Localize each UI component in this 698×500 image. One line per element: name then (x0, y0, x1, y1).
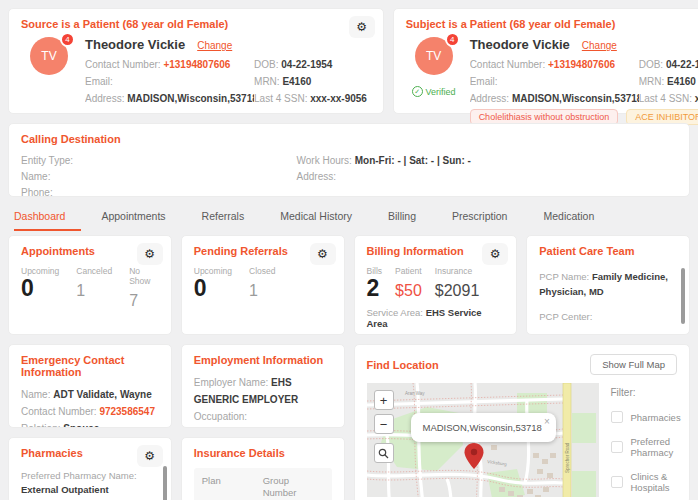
tab-bar: Dashboard Appointments Referrals Medical… (8, 201, 690, 231)
change-patient-link[interactable]: Change (197, 40, 232, 51)
pcp-name-row: PCP Name: Family Medicine, Physician, MD (539, 269, 677, 299)
popup-close-icon[interactable]: × (544, 416, 550, 427)
pending-referrals-card: Pending Referrals ⚙ Upcoming 0 Closed 1 (181, 235, 345, 335)
filter-label: Filter: (611, 387, 681, 398)
source-card-title: Source is a Patient (68 year old Female) (21, 18, 371, 30)
patient-name: Theodore Vickie (85, 37, 185, 52)
stat-canceled: Canceled 1 (76, 266, 112, 310)
filter-pharmacies[interactable]: Pharmacies (611, 411, 681, 423)
address-row: Address: MADISON,Wisconsin,53718 (470, 90, 639, 107)
find-location-card: Find Location Show Full Map (354, 344, 691, 500)
contact-number-value[interactable]: +13194807606 (548, 59, 615, 70)
pcp-center-row: PCP Center: (539, 309, 677, 324)
calling-destination-title: Calling Destination (21, 133, 677, 145)
dob-row: DOB: 04-22-1954 (254, 56, 371, 73)
contact-number-value[interactable]: 9723586547 (99, 406, 155, 417)
subject-card-title: Subject is a Patient (68 year old Female… (406, 18, 698, 30)
map-zoom-out-button[interactable]: − (374, 414, 394, 434)
patient-name: Theodore Vickie (470, 37, 570, 52)
source-patient-card: Source is a Patient (68 year old Female)… (8, 8, 384, 114)
source-settings-button[interactable]: ⚙ (349, 16, 375, 38)
patient-dashboard-page: Source is a Patient (68 year old Female)… (0, 0, 698, 500)
emergency-contact-card: Emergency Contact Information Name: ADT … (8, 344, 172, 428)
insurance-title: Insurance Details (194, 447, 332, 459)
pcp-dept-row: PCP Dept: General (539, 334, 677, 335)
insurance-details-card: Insurance Details Plan Group Number MR U… (181, 437, 345, 500)
avatar-count-badge[interactable]: 4 (60, 32, 75, 47)
gear-icon: ⚙ (490, 247, 501, 261)
stat-closed: Closed 1 (249, 266, 275, 300)
contact-number-row: Contact Number: +13194807606 (85, 56, 254, 73)
contact-number-row: Contact Number: +13194807606 (470, 56, 639, 73)
map-filters: Filter: Pharmacies Preferred Pharmacy Cl… (611, 383, 681, 497)
filter-preferred-pharmacy[interactable]: Preferred Pharmacy (611, 436, 681, 458)
stat-insurance-amount: Insurance $2091 (435, 266, 480, 300)
tab-medication[interactable]: Medication (543, 201, 610, 231)
magnifier-icon (378, 448, 389, 459)
service-area-row: Service Area: EHS Service Area (367, 307, 505, 329)
address-row: Address: MADISON,Wisconsin,53718 (85, 90, 254, 107)
pending-referrals-settings-button[interactable]: ⚙ (310, 243, 336, 265)
patient-care-team-card: Patient Care Team PCP Name: Family Medic… (526, 235, 690, 335)
billing-settings-button[interactable]: ⚙ (482, 243, 508, 265)
avatar-count-badge[interactable]: 4 (445, 32, 460, 47)
stat-patient-amount: Patient $50 (395, 266, 422, 300)
map-search-button[interactable] (374, 443, 394, 463)
map-pin-icon[interactable] (464, 443, 484, 469)
avatar: TV 4 (415, 37, 453, 75)
check-icon: ✓ (412, 86, 423, 97)
filter-clinics-hospitals[interactable]: Clinics & Hospitals (611, 471, 681, 493)
patient-cards-row: Source is a Patient (68 year old Female)… (8, 8, 690, 114)
ssn-row: Last 4 SSN: xxx-xx-9056 (639, 90, 698, 107)
gear-icon: ⚙ (317, 247, 328, 261)
care-team-title: Patient Care Team (539, 245, 677, 257)
insurance-table-header: Plan Group Number (194, 468, 332, 500)
work-hours-row: Work Hours: Mon-Fri: - | Sat: - | Sun: - (297, 153, 677, 169)
appointments-settings-button[interactable]: ⚙ (137, 243, 163, 265)
occupation-row: Occupation: (194, 408, 332, 425)
checkbox[interactable] (611, 441, 623, 453)
tab-prescription[interactable]: Prescription (452, 201, 523, 231)
mrn-row: MRN: E4160 (254, 73, 371, 90)
employment-title: Employment Information (194, 354, 332, 366)
column-plan: Plan (202, 475, 263, 499)
employment-information-card: Employment Information Employer Name: EH… (181, 344, 345, 428)
dob-row: DOB: 04-22-1954 (639, 56, 698, 73)
phone-row: Phone: (21, 185, 297, 201)
tab-billing[interactable]: Billing (388, 201, 432, 231)
ssn-row: Last 4 SSN: xxx-xx-9056 (254, 90, 371, 107)
tab-referrals[interactable]: Referrals (202, 201, 261, 231)
relation-row: Relation: Spouse (21, 420, 159, 428)
tab-dashboard[interactable]: Dashboard (14, 201, 81, 231)
change-patient-link[interactable]: Change (582, 40, 617, 51)
pharmacies-settings-button[interactable]: ⚙ (137, 445, 163, 467)
gear-icon: ⚙ (144, 247, 155, 261)
billing-information-card: Billing Information ⚙ Bills 2 Patient $5… (354, 235, 518, 335)
entity-type-row: Entity Type: (21, 153, 297, 169)
map-street-label: Aran Way (405, 391, 425, 396)
contact-number-row: Contact Number: 9723586547 (21, 403, 159, 420)
contact-number-value[interactable]: +13194807606 (163, 59, 230, 70)
checkbox[interactable] (611, 411, 623, 423)
card-scrollbar[interactable] (681, 268, 685, 324)
dashboard-grid: Appointments ⚙ Upcoming 0 Canceled 1 No … (8, 235, 690, 500)
name-row: Name: ADT Validate, Wayne (21, 386, 159, 403)
calling-destination-card: Calling Destination Entity Type: Name: P… (8, 123, 690, 197)
map[interactable]: Aran Way Vicksburg Sharonsburg Drive Spr… (367, 383, 599, 497)
stat-bills: Bills 2 (367, 266, 383, 300)
map-zoom-in-button[interactable]: + (374, 390, 394, 410)
show-full-map-button[interactable]: Show Full Map (590, 354, 677, 375)
column-group-number: Group Number (263, 475, 324, 499)
preferred-pharmacy-row: Preferred Pharmacy Name: External Outpat… (21, 469, 159, 500)
subject-patient-card: Subject is a Patient (68 year old Female… (393, 8, 698, 114)
checkbox[interactable] (611, 476, 623, 488)
appointments-card: Appointments ⚙ Upcoming 0 Canceled 1 No … (8, 235, 172, 335)
tab-medical-history[interactable]: Medical History (280, 201, 368, 231)
email-row: Email: (85, 73, 254, 90)
card-scrollbar[interactable] (163, 466, 167, 500)
map-location-popup: MADISON,Wisconsin,53718 × (411, 413, 556, 442)
mrn-row: MRN: E4160 (639, 73, 698, 90)
tab-appointments[interactable]: Appointments (101, 201, 181, 231)
find-location-title: Find Location (367, 359, 439, 371)
verified-badge: ✓ Verified (412, 86, 456, 97)
